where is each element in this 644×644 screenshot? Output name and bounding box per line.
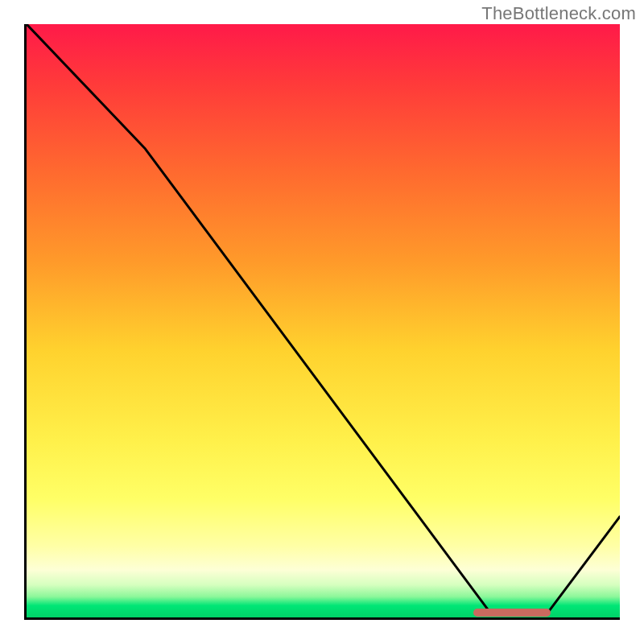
curve-path bbox=[27, 24, 620, 612]
watermark-text: TheBottleneck.com bbox=[481, 3, 636, 24]
plot-area bbox=[24, 24, 620, 620]
optimal-range-marker bbox=[473, 609, 551, 617]
chart-canvas: TheBottleneck.com bbox=[0, 0, 644, 644]
bottleneck-curve bbox=[27, 24, 620, 617]
